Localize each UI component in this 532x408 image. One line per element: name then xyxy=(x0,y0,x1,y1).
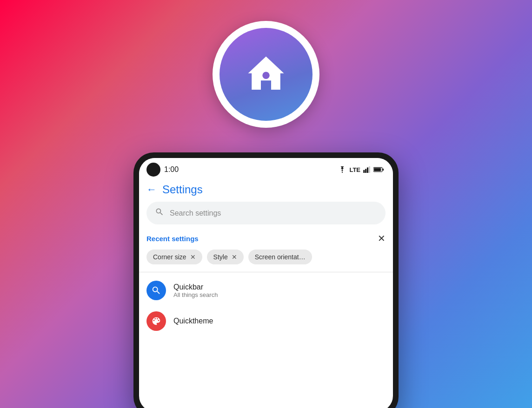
quickbar-text: Quickbar All things search xyxy=(173,283,386,298)
status-left: 1:00 xyxy=(146,163,179,177)
search-icon xyxy=(155,207,164,219)
phone-frame: 1:00 LTE xyxy=(133,152,399,408)
search-bar[interactable]: Search settings xyxy=(146,202,386,224)
app-header: ← Settings xyxy=(139,179,393,202)
status-right: LTE xyxy=(338,166,384,173)
quickbar-name: Quickbar xyxy=(173,283,386,291)
svg-rect-8 xyxy=(383,169,384,171)
search-placeholder: Search settings xyxy=(170,209,221,217)
svg-rect-4 xyxy=(367,167,368,173)
chips-row: Corner size ✕ Style ✕ Screen orientat… xyxy=(146,250,386,264)
close-recent-button[interactable]: ✕ xyxy=(378,233,386,244)
divider xyxy=(139,272,393,272)
chip-label: Style xyxy=(213,253,228,261)
page-title: Settings xyxy=(162,183,203,196)
chip-screen-orientation[interactable]: Screen orientat… xyxy=(248,250,312,264)
recent-settings-title: Recent settings xyxy=(146,235,199,243)
lte-label: LTE xyxy=(349,166,360,173)
settings-item-quickbar[interactable]: Quickbar All things search xyxy=(146,275,386,306)
quicktheme-name: Quicktheme xyxy=(173,317,386,325)
quicktheme-icon xyxy=(146,311,166,331)
chip-remove-icon[interactable]: ✕ xyxy=(232,253,237,261)
app-icon-circle xyxy=(213,21,319,128)
wifi-icon xyxy=(338,166,346,173)
app-icon-inner xyxy=(219,28,313,121)
chip-style[interactable]: Style ✕ xyxy=(207,250,244,264)
svg-point-1 xyxy=(342,172,343,173)
house-icon xyxy=(240,49,292,100)
back-button[interactable]: ← xyxy=(146,184,157,196)
phone-screen: 1:00 LTE xyxy=(139,158,393,408)
status-bar: 1:00 LTE xyxy=(139,158,393,179)
quickbar-icon xyxy=(146,281,166,300)
chip-label: Corner size xyxy=(153,253,186,261)
svg-rect-5 xyxy=(369,166,370,173)
app-icon-wrapper xyxy=(210,14,322,135)
status-time: 1:00 xyxy=(164,165,179,174)
recent-header: Recent settings ✕ xyxy=(146,233,386,244)
svg-rect-7 xyxy=(374,168,381,171)
quicktheme-text: Quicktheme xyxy=(173,317,386,325)
quickbar-desc: All things search xyxy=(173,291,386,298)
chip-remove-icon[interactable]: ✕ xyxy=(190,253,196,261)
camera-cutout xyxy=(146,163,160,177)
svg-rect-3 xyxy=(365,169,366,173)
svg-point-0 xyxy=(262,72,269,79)
chip-corner-size[interactable]: Corner size ✕ xyxy=(146,250,202,264)
search-container: Search settings xyxy=(146,202,386,224)
recent-settings-section: Recent settings ✕ Corner size ✕ Style ✕ … xyxy=(139,230,393,269)
battery-icon xyxy=(373,167,384,172)
svg-rect-2 xyxy=(363,170,365,173)
signal-icon xyxy=(363,166,371,173)
settings-item-quicktheme[interactable]: Quicktheme xyxy=(146,306,386,336)
settings-list: Quickbar All things search Quicktheme xyxy=(139,275,393,336)
chip-label: Screen orientat… xyxy=(255,253,306,261)
